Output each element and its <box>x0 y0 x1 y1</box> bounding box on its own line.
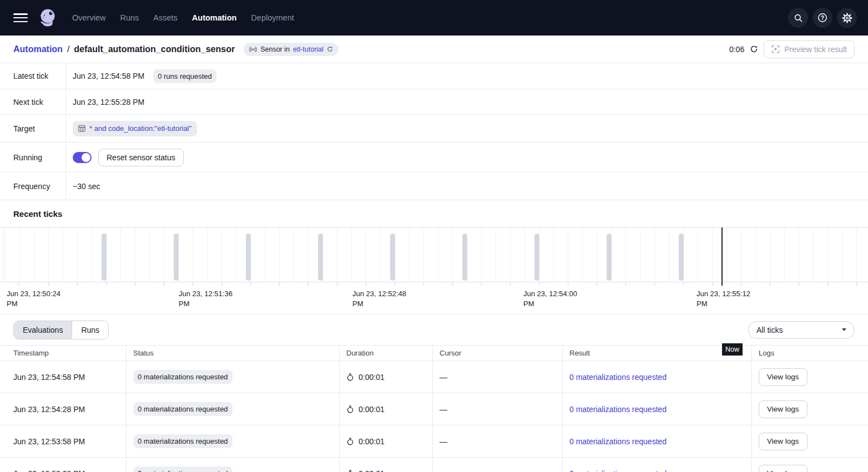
recent-ticks-title: Recent ticks <box>13 209 62 219</box>
tick-duration: 0:00:01 <box>359 469 385 472</box>
preview-button-label: Preview tick result <box>784 45 847 54</box>
timeline-axis-labels: Now Jun 23, 12:50:24PMJun 23, 12:51:36PM… <box>0 286 868 314</box>
code-location-link[interactable]: etl-tutorial <box>293 45 324 53</box>
dagster-octopus-icon <box>37 7 58 28</box>
tick-timestamp: Jun 23, 12:54:28 PM <box>13 405 85 414</box>
target-label: Target <box>0 115 66 142</box>
gear-icon <box>842 13 852 23</box>
view-logs-button[interactable]: View logs <box>759 433 808 450</box>
column-header-cursor: Cursor <box>433 346 563 361</box>
tick-duration: 0:00:01 <box>359 405 385 414</box>
breadcrumb-automation-link[interactable]: Automation <box>13 44 63 54</box>
sensor-location-badge: Sensor in etl-tutorial <box>244 43 339 56</box>
tick-bar[interactable] <box>246 234 251 281</box>
tick-status-badge: 0 materializations requested <box>133 370 233 384</box>
refresh-countdown: 0:06 <box>729 45 744 54</box>
tick-timestamp: Jun 23, 12:54:58 PM <box>13 373 85 382</box>
frequency-value: ~30 sec <box>73 182 100 191</box>
detail-row-target: Target * and code_location:"etl-tutorial… <box>0 115 868 143</box>
hamburger-menu-icon[interactable] <box>13 13 28 22</box>
sensor-broadcast-icon <box>249 46 257 53</box>
nav-item-assets[interactable]: Assets <box>153 13 178 22</box>
tick-cursor: — <box>440 437 447 446</box>
column-header-logs: Logs <box>752 346 868 361</box>
latest-tick-label: Latest tick <box>0 63 66 89</box>
detail-row-frequency: Frequency ~30 sec <box>0 172 868 200</box>
svg-text:?: ? <box>821 15 824 21</box>
timeline-axis-label: Jun 23, 12:55:12PM <box>697 289 750 309</box>
column-header-timestamp: Timestamp <box>0 346 127 361</box>
page-header: Automation / default_automation_conditio… <box>0 35 868 63</box>
help-button[interactable]: ? <box>813 8 832 28</box>
tick-result-link[interactable]: 0 materializations requested <box>569 373 667 382</box>
tick-filter-value: All ticks <box>756 326 783 334</box>
help-icon: ? <box>817 13 827 23</box>
toggle-knob <box>82 153 90 162</box>
page-title: default_automation_condition_sensor <box>74 44 235 54</box>
preview-tick-result-button[interactable]: Preview tick result <box>764 40 855 58</box>
tick-bar[interactable] <box>102 234 107 281</box>
detail-row-latest-tick: Latest tick Jun 23, 12:54:58 PM 0 runs r… <box>0 63 868 89</box>
top-nav: OverviewRunsAssetsAutomationDeployment ? <box>0 0 868 35</box>
view-logs-button[interactable]: View logs <box>759 465 808 472</box>
tick-status-badge: 0 materializations requested <box>133 466 233 472</box>
nav-item-deployment[interactable]: Deployment <box>251 13 294 22</box>
tick-bar[interactable] <box>534 234 539 281</box>
nav-item-label: Runs <box>120 13 139 22</box>
view-logs-button[interactable]: View logs <box>759 368 808 386</box>
refresh-icon[interactable] <box>327 46 333 52</box>
column-header-status: Status <box>127 346 340 361</box>
tab-runs[interactable]: Runs <box>72 321 108 339</box>
refresh-button[interactable] <box>750 45 758 53</box>
recent-ticks-section: Recent ticks Now Jun 23, 12:50:24PMJun 2… <box>0 200 868 314</box>
nav-item-runs[interactable]: Runs <box>120 13 139 22</box>
nav-item-label: Assets <box>153 13 178 22</box>
evaluations-toolbar: Evaluations Runs All ticks <box>0 314 868 345</box>
tick-bar[interactable] <box>679 234 684 281</box>
search-button[interactable] <box>788 8 808 28</box>
dagster-logo[interactable] <box>37 7 58 28</box>
timeline-axis-label: Jun 23, 12:50:24PM <box>7 289 60 309</box>
next-tick-time: Jun 23, 12:55:28 PM <box>73 98 144 106</box>
tick-filter-dropdown[interactable]: All ticks <box>748 321 855 339</box>
timeline-axis-label: Jun 23, 12:51:36PM <box>179 289 233 309</box>
nav-item-label: Deployment <box>251 13 294 22</box>
tick-bar[interactable] <box>318 234 323 281</box>
tick-bar[interactable] <box>174 234 179 281</box>
latest-tick-time: Jun 23, 12:54:58 PM <box>73 72 144 80</box>
stopwatch-icon <box>346 405 354 413</box>
tick-bar[interactable] <box>390 234 395 281</box>
chevron-down-icon <box>842 328 846 331</box>
next-tick-label: Next tick <box>0 89 66 114</box>
nav-item-overview[interactable]: Overview <box>72 13 105 22</box>
tick-bar[interactable] <box>607 234 612 281</box>
tick-evaluation-row: Jun 23, 12:53:28 PM 0 materializations r… <box>0 458 868 472</box>
timeline-axis-label: Jun 23, 12:52:48PM <box>352 289 406 309</box>
tick-result-link[interactable]: 0 materializations requested <box>569 469 667 472</box>
header-actions: 0:06 Preview tick result <box>729 40 855 58</box>
tick-timestamp: Jun 23, 12:53:28 PM <box>13 469 85 472</box>
tick-result-link[interactable]: 0 materializations requested <box>569 405 667 414</box>
now-marker-line <box>721 227 723 286</box>
tick-cursor: — <box>440 373 447 382</box>
reset-sensor-status-button[interactable]: Reset sensor status <box>98 149 184 166</box>
preview-icon <box>771 45 780 53</box>
tick-duration: 0:00:01 <box>359 437 385 446</box>
view-logs-button[interactable]: View logs <box>759 400 808 418</box>
tick-bar[interactable] <box>462 234 467 281</box>
tick-result-link[interactable]: 0 materializations requested <box>569 437 667 446</box>
tab-evaluations[interactable]: Evaluations <box>14 321 72 339</box>
sensor-badge-prefix: Sensor in <box>260 45 290 53</box>
running-toggle[interactable] <box>73 152 92 163</box>
timeline-axis-label: Jun 23, 12:54:00PM <box>523 289 577 309</box>
now-marker-label: Now <box>722 343 743 356</box>
nav-item-automation[interactable]: Automation <box>192 13 237 22</box>
tick-cursor: — <box>440 469 447 472</box>
refresh-icon <box>750 45 758 53</box>
sensor-details: Latest tick Jun 23, 12:54:58 PM 0 runs r… <box>0 63 868 200</box>
nav-item-label: Automation <box>192 13 237 22</box>
target-selection-chip[interactable]: * and code_location:"etl-tutorial" <box>73 121 197 136</box>
search-icon <box>794 13 803 23</box>
settings-button[interactable] <box>837 8 857 28</box>
tick-evaluation-row: Jun 23, 12:54:28 PM 0 materializations r… <box>0 393 868 425</box>
